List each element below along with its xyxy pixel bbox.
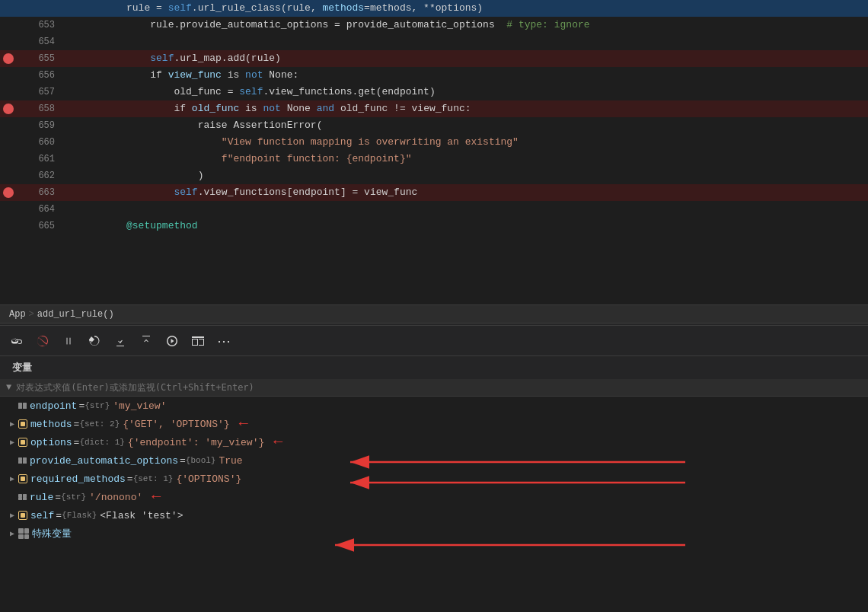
line-number-663: 663 [0,187,61,198]
icon-methods [18,419,27,429]
variables-list: endpoint = {str} 'my_view' ▶ methods = {… [0,397,868,543]
var-type-self: {Flask} [62,511,97,520]
var-value-provide: True [219,455,242,467]
var-eq-required: = [127,473,133,485]
step-over-button[interactable] [84,330,105,352]
icon-options [18,438,27,447]
continue-icon [166,335,178,347]
more-icon: ⋯ [217,333,231,349]
breakpoint-663[interactable] [3,187,14,198]
line-number-656: 656 [0,70,61,81]
expand-self[interactable]: ▶ [6,511,18,520]
variables-header: 变量 [0,356,868,379]
code-line-665: 665 @setupmethod [0,218,868,234]
disconnect-icon [37,335,49,347]
line-number-654: 654 [0,37,61,47]
var-row-required: ▶ required_methods = {set: 1} {'OPTIONS'… [0,470,868,488]
var-value-self: <Flask 'test'> [100,510,183,521]
debug-toolbar: ⋯ [0,326,868,356]
step-out-icon [140,335,152,347]
var-type-methods: {set: 2} [79,419,120,429]
var-row-endpoint: endpoint = {str} 'my_view' [0,397,868,415]
var-row-rule: rule = {str} '/nonono' ← [0,488,868,506]
breakpoint-655[interactable] [3,53,14,64]
table-button[interactable] [187,330,209,352]
breadcrumb-method: add_url_rule() [37,309,114,320]
icon-endpoint [18,403,27,409]
line-number-658: 658 [0,104,61,114]
icon-required [18,474,27,483]
step-into-button[interactable] [110,330,131,352]
arrow-methods: ← [239,416,248,432]
var-eq-methods: = [74,419,80,430]
var-row-special: ▶ 特殊变量 [0,524,868,543]
arrow-rule: ← [152,489,161,505]
debug-panel: ⋯ 变量 ▼ endpoint = {str} 'my_vie [0,326,868,612]
icon-provide [18,457,27,464]
var-type-provide: {bool} [186,456,216,465]
link-icon [11,335,23,347]
code-content-665: @setupmethod [61,201,868,251]
line-number-655: 655 [0,53,61,64]
line-number-657: 657 [0,87,61,97]
var-eq-provide: = [180,455,186,467]
variables-title: 变量 [12,362,32,374]
step-over-icon [88,335,101,347]
var-row-methods: ▶ methods = {set: 2} {'GET', 'OPTIONS'} … [0,415,868,433]
line-number-664: 664 [0,204,61,215]
breadcrumb: App > add_url_rule() [0,304,868,323]
more-button[interactable]: ⋯ [213,330,235,352]
var-type-rule: {str} [61,492,86,502]
var-value-rule: '/nonono' [89,492,142,503]
step-out-button[interactable] [136,330,157,352]
expand-required[interactable]: ▶ [6,474,18,483]
breadcrumb-sep: > [29,309,34,320]
code-editor: rule = self.url_rule_class(rule, methods… [0,0,868,304]
var-value-required: {'OPTIONS'} [176,473,241,485]
line-number-659: 659 [0,120,61,131]
breadcrumb-app: App [9,309,26,320]
var-name-special: 特殊变量 [32,527,72,540]
icon-rule [18,494,27,500]
code-line-663: 663 self.view_functions[endpoint] = view… [0,184,868,201]
var-name-required: required_methods [30,473,126,485]
expression-input[interactable] [16,382,862,393]
expand-options[interactable]: ▶ [6,438,18,447]
icon-self [18,511,27,520]
var-eq-endpoint: = [78,400,85,412]
variables-panel-content: 变量 ▼ endpoint = {str} 'my_view' [0,356,868,612]
line-number-665: 665 [0,221,61,231]
var-row-self: ▶ self = {Flask} <Flask 'test'> [0,506,868,524]
var-name-methods: methods [30,419,72,430]
line-number-660: 660 [0,137,61,148]
expand-methods[interactable]: ▶ [6,419,18,429]
arrow-options: ← [273,435,282,450]
pause-icon [62,335,75,347]
var-type-endpoint: {str} [85,401,110,410]
link-button[interactable] [6,330,27,352]
table-icon [192,335,204,347]
collapse-btn[interactable]: ▼ [6,382,11,393]
var-name-endpoint: endpoint [30,400,77,412]
expression-input-row: ▼ [0,379,868,397]
line-number-653: 653 [0,20,61,30]
line-number-661: 661 [0,154,61,164]
expand-special[interactable]: ▶ [6,529,18,538]
var-type-options: {dict: 1} [79,438,124,447]
var-eq-options: = [74,437,80,448]
var-row-options: ▶ options = {dict: 1} {'endpoint': 'my_v… [0,433,868,451]
var-row-provide: provide_automatic_options = {bool} True [0,451,868,470]
var-value-methods: {'GET', 'OPTIONS'} [123,419,229,430]
var-name-options: options [30,437,72,448]
var-value-options: {'endpoint': 'my_view'} [128,437,264,448]
var-name-provide: provide_automatic_options [30,455,178,467]
var-name-self: self [30,510,54,521]
var-eq-self: = [56,510,62,521]
breakpoint-658[interactable] [3,104,14,114]
pause-button[interactable] [58,330,79,352]
line-number-662: 662 [0,171,61,181]
disconnect-button[interactable] [32,330,53,352]
icon-special [18,528,29,539]
continue-button[interactable] [161,330,183,352]
step-into-icon [114,335,126,347]
